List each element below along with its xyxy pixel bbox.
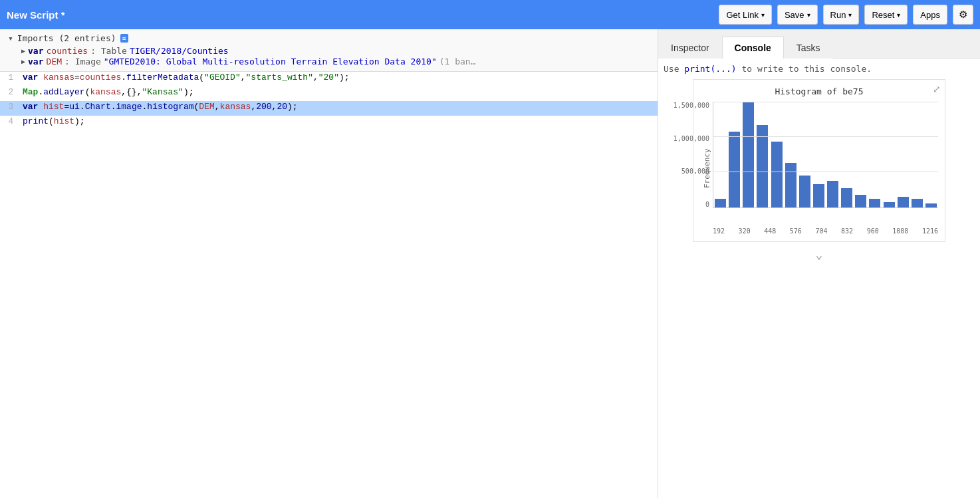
import-row-dem: ▶ var DEM : Image "GMTED2010: Global Mul…	[8, 57, 650, 66]
bar-10	[840, 102, 854, 207]
chart-area: 1,500,000 1,000,000 500,000 0	[711, 102, 938, 235]
y-tick-1500k: 1,500,000	[673, 102, 709, 109]
run-arrow-icon: ▾	[848, 11, 852, 19]
histogram-title: Histogram of be75	[700, 86, 938, 96]
x-tick-960: 960	[867, 227, 879, 235]
code-line-3: 3 var hist=ui.Chart.image.histogram(DEM,…	[0, 101, 658, 116]
tab-inspector[interactable]: Inspector	[658, 37, 722, 59]
bar-2	[727, 102, 741, 207]
code-line-2: 2 Map.addLayer(kansas,{},"Kansas");	[0, 86, 658, 101]
code-line-4: 4 print(hist);	[0, 116, 658, 130]
reset-arrow-icon: ▾	[897, 11, 900, 19]
bar-5	[770, 102, 784, 207]
run-button[interactable]: Run ▾	[823, 5, 860, 25]
imports-toggle[interactable]: ▾	[8, 33, 13, 43]
tab-tasks[interactable]: Tasks	[784, 37, 833, 59]
get-link-button[interactable]: Get Link ▾	[719, 5, 771, 25]
x-tick-1216: 1216	[922, 227, 938, 235]
x-tick-704: 704	[815, 227, 827, 235]
dem-expand-icon[interactable]: ▶	[21, 58, 25, 65]
x-tick-320: 320	[739, 227, 751, 235]
bar-4	[755, 102, 769, 207]
bar-9	[826, 102, 840, 207]
reset-button[interactable]: Reset ▾	[864, 5, 908, 25]
imports-bar: ▾ Imports (2 entries) ≡ ▶ var counties :…	[0, 29, 658, 72]
x-tick-448: 448	[764, 227, 776, 235]
dem-var-name: DEM	[47, 57, 62, 66]
console-content: Use print(...) to write to this console.…	[658, 59, 980, 498]
imports-label: Imports (2 entries)	[17, 33, 116, 43]
imports-icon: ≡	[120, 34, 128, 43]
get-link-arrow-icon: ▾	[761, 11, 765, 19]
tab-console[interactable]: Console	[722, 37, 784, 59]
counties-var-name: counties	[47, 46, 88, 56]
main-area: ▾ Imports (2 entries) ≡ ▶ var counties :…	[0, 29, 980, 498]
bar-16	[924, 102, 938, 207]
bar-11	[854, 102, 868, 207]
y-tick-1000k: 1,000,000	[673, 135, 709, 142]
bar-7	[798, 102, 812, 207]
y-tick-0: 0	[673, 201, 709, 208]
bar-13	[882, 102, 896, 207]
bar-3	[741, 102, 755, 207]
code-line-1: 1 var kansas=counties.filterMetadata("GE…	[0, 72, 658, 86]
settings-gear-button[interactable]: ⚙	[953, 5, 973, 25]
bar-12	[868, 102, 882, 207]
x-tick-832: 832	[841, 227, 853, 235]
save-arrow-icon: ▾	[807, 11, 810, 19]
import-row-counties: ▶ var counties : Table TIGER/2018/Counti…	[8, 46, 650, 56]
y-tick-500k: 500,000	[673, 168, 709, 175]
script-title: New Script *	[7, 9, 65, 21]
right-panel: Inspector Console Tasks Use print(...) t…	[658, 29, 980, 498]
right-tabs: Inspector Console Tasks	[658, 29, 980, 59]
bar-6	[784, 102, 798, 207]
console-hint: Use print(...) to write to this console.	[664, 64, 975, 74]
histogram-chart: ⤢ Histogram of be75 Frequency 1,500,000 …	[693, 79, 945, 242]
bar-15	[910, 102, 924, 207]
bar-1	[713, 102, 727, 207]
x-tick-192: 192	[713, 227, 725, 235]
scroll-down-icon[interactable]: ⌄	[664, 245, 975, 264]
x-axis-labels: 192 320 448 576 704 832 960 1088 1216	[711, 225, 938, 235]
bars-area	[713, 102, 938, 208]
x-tick-576: 576	[790, 227, 802, 235]
counties-expand-icon[interactable]: ▶	[21, 47, 25, 55]
editor-panel: ▾ Imports (2 entries) ≡ ▶ var counties :…	[0, 29, 658, 498]
save-button[interactable]: Save ▾	[777, 5, 818, 25]
apps-button[interactable]: Apps	[913, 5, 947, 25]
bar-14	[896, 102, 910, 207]
bar-8	[812, 102, 826, 207]
top-bar: New Script * Get Link ▾ Save ▾ Run ▾ Res…	[0, 0, 980, 29]
x-tick-1088: 1088	[892, 227, 908, 235]
expand-chart-icon[interactable]: ⤢	[933, 84, 941, 94]
code-editor[interactable]: 1 var kansas=counties.filterMetadata("GE…	[0, 72, 658, 498]
